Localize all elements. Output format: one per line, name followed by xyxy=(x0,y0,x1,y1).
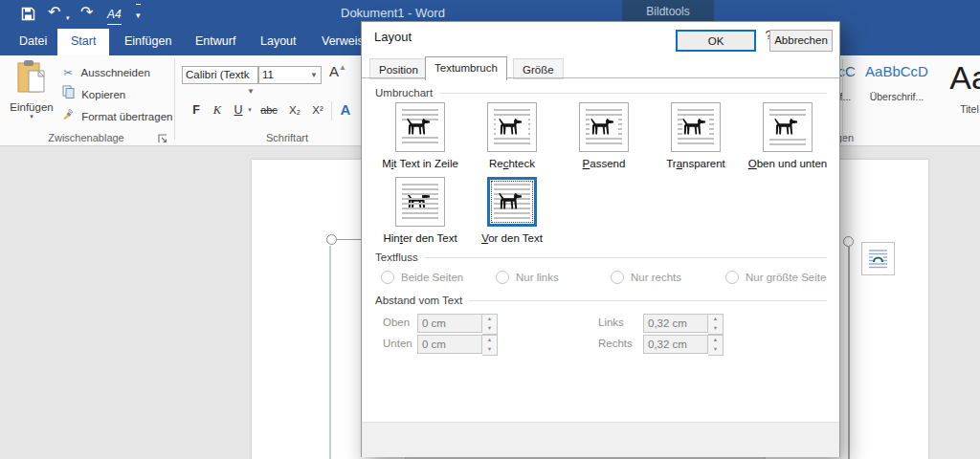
cancel-button[interactable]: Abbrechen xyxy=(769,30,833,52)
format-painter-button[interactable]: Format übertragen xyxy=(59,107,172,127)
undo-dropdown-icon[interactable]: ▾ xyxy=(66,9,70,28)
field-value[interactable]: 0 cm xyxy=(417,314,482,333)
spin-buttons[interactable]: ▲▼ xyxy=(708,314,724,335)
spin-buttons[interactable]: ▲▼ xyxy=(482,335,498,356)
grow-font-button[interactable]: A▲ xyxy=(329,63,346,79)
spin-up-icon: ▲ xyxy=(708,315,723,324)
wrap-option-hinter-den-text[interactable]: Hinter den Text xyxy=(368,177,473,244)
style-preview: Aa xyxy=(936,63,980,92)
radio-icon[interactable] xyxy=(381,271,394,284)
strikethrough-button[interactable]: abc xyxy=(256,99,281,120)
clipboard-group-label: Zwischenablage xyxy=(29,132,144,143)
paste-label: Einfügen xyxy=(4,101,59,113)
subscript-button[interactable]: X₂ xyxy=(283,99,306,120)
radio-label: Nur größte Seite xyxy=(746,272,826,283)
wrap-option-icon[interactable] xyxy=(395,177,445,227)
spin-up-icon: ▲ xyxy=(708,336,723,345)
quick-style-icon[interactable]: A4 xyxy=(107,5,122,25)
italic-button[interactable]: K xyxy=(207,99,228,120)
cut-button[interactable]: ✂ Ausschneiden xyxy=(59,63,150,83)
copy-button[interactable]: Kopieren xyxy=(59,85,125,105)
field-value[interactable]: 0,32 cm xyxy=(643,335,708,354)
wrap-option-vor-den-text[interactable]: Vor den Text xyxy=(459,177,565,244)
wrap-option-transparent[interactable]: Transparent xyxy=(643,102,748,169)
image-resize-handle[interactable] xyxy=(326,234,337,245)
tab-datei[interactable]: Datei xyxy=(6,29,60,55)
flow-section-title: Textfluss xyxy=(375,251,418,263)
text-effects-button[interactable]: A xyxy=(335,99,356,120)
layout-dialog: Layout ? ✕ Position Textumbruch Größe Um… xyxy=(361,21,840,457)
save-icon[interactable] xyxy=(21,7,35,21)
layout-options-button[interactable] xyxy=(861,242,895,275)
redo-icon[interactable]: ↷ xyxy=(80,3,93,22)
image-selection-left-edge xyxy=(329,246,331,459)
paste-dropdown-icon[interactable]: ▾ xyxy=(4,113,59,120)
radio-nur-groesste-seite[interactable]: Nur größte Seite xyxy=(725,271,826,284)
style-preview: AaBbCcD xyxy=(863,63,930,79)
underline-dropdown-icon[interactable]: ▾ xyxy=(245,99,255,120)
tab-start[interactable]: Start xyxy=(57,29,109,55)
spinner-rechts[interactable]: 0,32 cm ▲▼ xyxy=(643,335,724,356)
ok-button[interactable]: OK xyxy=(676,30,756,52)
tab-entwurf[interactable]: Entwurf xyxy=(182,29,249,55)
group-separator xyxy=(842,59,843,140)
superscript-button[interactable]: X² xyxy=(306,99,329,120)
radio-icon[interactable] xyxy=(725,271,739,284)
chevron-down-icon[interactable]: ▼ xyxy=(247,83,255,99)
style-heading2[interactable]: AaBbCcD Überschrif... xyxy=(863,63,930,102)
flow-section-header: Textfluss xyxy=(375,251,827,263)
format-painter-icon xyxy=(59,107,77,127)
wrap-option-passend[interactable]: Passend xyxy=(551,102,657,169)
spin-buttons[interactable]: ▲▼ xyxy=(708,335,724,356)
dialog-tab-textumbruch[interactable]: Textumbruch xyxy=(425,56,507,80)
dialog-tab-position[interactable]: Position xyxy=(369,58,428,79)
radio-nur-links[interactable]: Nur links xyxy=(496,271,559,284)
radio-label: Beide Seiten xyxy=(401,272,463,283)
wrap-section-title: Umbruchart xyxy=(375,87,433,98)
field-label-oben: Oben xyxy=(383,317,410,328)
clipboard-dialog-launcher-icon[interactable] xyxy=(158,134,167,143)
radio-beide-seiten[interactable]: Beide Seiten xyxy=(381,271,463,284)
layout-options-icon xyxy=(868,249,888,269)
tab-einfuegen[interactable]: Einfügen xyxy=(111,29,185,55)
spin-buttons[interactable]: ▲▼ xyxy=(482,314,498,335)
wrap-option-oben-und-unten[interactable]: Oben und unten xyxy=(735,102,840,169)
spinner-links[interactable]: 0,32 cm ▲▼ xyxy=(643,314,724,335)
wrap-option-icon[interactable] xyxy=(763,102,813,152)
qat-customize-icon[interactable]: ▾ xyxy=(136,4,141,25)
style-title[interactable]: Aa Titel xyxy=(936,63,980,115)
style-label: Titel xyxy=(936,103,980,115)
chevron-down-icon[interactable]: ▼ xyxy=(310,67,318,83)
field-value[interactable]: 0,32 cm xyxy=(643,314,708,333)
wrap-option-mit-text-in-zeile[interactable]: Mit Text in Zeile xyxy=(368,102,473,169)
field-label-rechts: Rechts xyxy=(598,338,633,349)
dialog-title: Layout xyxy=(374,30,412,44)
dog-icon xyxy=(590,118,617,137)
spinner-unten[interactable]: 0 cm ▲▼ xyxy=(417,335,498,356)
wrap-option-icon[interactable] xyxy=(395,102,445,152)
paste-button[interactable]: Einfügen ▾ xyxy=(4,59,59,142)
wrap-option-icon[interactable] xyxy=(671,102,721,152)
bold-button[interactable]: F xyxy=(186,99,207,120)
wrap-option-icon[interactable] xyxy=(487,102,537,152)
wrap-option-icon[interactable] xyxy=(579,102,629,152)
font-size-combo[interactable]: 11 ▼ xyxy=(258,66,322,84)
dialog-footer xyxy=(362,422,839,457)
dog-icon xyxy=(407,118,434,137)
field-label-unten: Unten xyxy=(383,338,412,349)
image-resize-handle[interactable] xyxy=(843,236,854,247)
cut-label: Ausschneiden xyxy=(81,67,150,78)
wrap-option-label: Transparent xyxy=(643,158,748,169)
wrap-option-icon-selected[interactable] xyxy=(487,177,537,227)
wrap-option-rechteck[interactable]: Rechteck xyxy=(459,102,565,169)
radio-nur-rechts[interactable]: Nur rechts xyxy=(611,271,681,284)
spinner-oben[interactable]: 0 cm ▲▼ xyxy=(417,314,498,335)
radio-icon[interactable] xyxy=(611,271,624,284)
dialog-tab-groesse[interactable]: Größe xyxy=(513,58,564,79)
tab-layout[interactable]: Layout xyxy=(247,29,310,55)
field-value[interactable]: 0 cm xyxy=(417,335,482,354)
undo-icon[interactable]: ↶ xyxy=(48,3,60,22)
radio-icon[interactable] xyxy=(496,271,509,284)
font-group-label: Schriftart xyxy=(239,132,335,143)
font-name-combo[interactable]: Calibri (Textk ▼ xyxy=(182,66,258,84)
